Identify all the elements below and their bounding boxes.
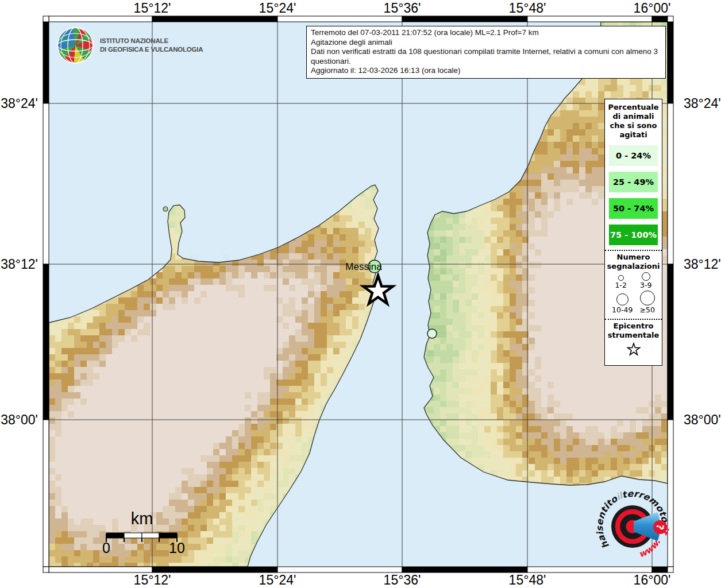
- lat-label-right-1: 38°24': [684, 96, 721, 111]
- lat-label-right-2: 38°12': [684, 257, 721, 272]
- lat-label-left-3: 38°00': [1, 412, 38, 427]
- lon-label-top-3: 15°36': [384, 1, 421, 16]
- legend-count-3-9: 3-9: [640, 272, 651, 289]
- lat-label-left-1: 38°24': [1, 96, 38, 111]
- legend-epicenter-star: [605, 340, 662, 365]
- count-circle-medium-icon: [642, 272, 650, 281]
- ingv-text-line1: ISTITUTO NAZIONALE: [100, 37, 203, 45]
- scale-end-label: 10: [169, 540, 185, 556]
- ingv-logo-text: ISTITUTO NAZIONALE DI GEOFISICA E VULCAN…: [100, 37, 203, 54]
- ingv-logo: ISTITUTO NAZIONALE DI GEOFISICA E VULCAN…: [56, 26, 203, 64]
- legend-count-1-2: 1-2: [615, 275, 627, 289]
- lon-label-top-2: 15°24': [259, 1, 296, 16]
- epicenter-star-legend-icon: [626, 342, 642, 358]
- lon-label-bottom-3: 15°36': [384, 572, 421, 587]
- info-line-event: Terremoto del 07-03-2011 21:07:52 (ora l…: [311, 28, 661, 38]
- ingv-text-line2: DI GEOFISICA E VULCANOLOGIA: [100, 45, 203, 54]
- lon-label-top-4: 15°48': [509, 1, 546, 16]
- scale-start-label: 0: [102, 540, 110, 556]
- legend-swatch-50-74: 50 - 74%: [609, 198, 658, 219]
- count-circle-xlarge-icon: [640, 291, 655, 305]
- event-info-box: Terremoto del 07-03-2011 21:07:52 (ora l…: [306, 26, 666, 79]
- lon-label-top-5: 16°00': [634, 1, 671, 16]
- lon-label-bottom-2: 15°24': [259, 572, 296, 587]
- report-circle-south: [427, 329, 437, 338]
- legend-swatch-25-49: 25 - 49%: [609, 172, 658, 192]
- count-circle-small-icon: [618, 275, 624, 281]
- scale-unit-label: km: [131, 509, 153, 528]
- city-label-messina: Messina: [345, 261, 382, 272]
- legend-count-50plus: ≥50: [640, 291, 655, 314]
- lon-label-bottom-4: 15°48': [509, 572, 546, 587]
- lon-label-bottom-5: 16°00': [634, 572, 671, 587]
- legend-percent-title: Percentuale di animali che si sono agita…: [605, 99, 662, 140]
- lon-label-top-1: 15°12': [134, 1, 171, 16]
- info-line-source: Dati non verificati estratti da 108 ques…: [311, 47, 661, 66]
- lat-label-left-2: 38°12': [1, 257, 38, 272]
- count-circle-large-icon: [616, 293, 629, 305]
- info-line-topic: Agitazione degli animali: [311, 38, 661, 48]
- lon-label-bottom-1: 15°12': [134, 572, 171, 587]
- legend-swatch-0-24: 0 - 24%: [609, 145, 658, 166]
- lat-label-right-3: 38°00': [684, 412, 721, 427]
- legend-count-10-49: 10-49: [612, 293, 633, 314]
- map-page: Messina km 0 10 15°12' 15°24' 15°36' 15°…: [0, 0, 721, 588]
- ingv-globe-icon: [56, 26, 94, 64]
- info-line-updated: Aggiornato il: 12-03-2026 16:13 (ora loc…: [311, 66, 661, 76]
- map-legend: Percentuale di animali che si sono agita…: [604, 99, 662, 366]
- legend-count-title: Numero segnalazioni: [605, 251, 662, 271]
- legend-epicenter-title: Epicentro strumentale: [605, 320, 662, 340]
- legend-swatch-75-100: 75 - 100%: [609, 225, 658, 245]
